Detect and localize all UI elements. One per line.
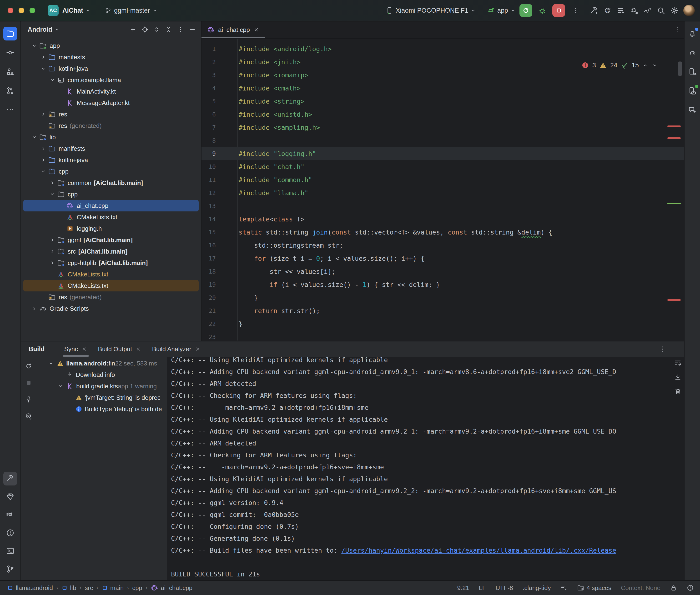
error-stripe-mark[interactable]: [667, 203, 681, 204]
close-icon[interactable]: [195, 346, 201, 352]
tree-item-cmakelists-txt[interactable]: CMakeLists.txt: [23, 268, 199, 280]
tool-stripe-app-quality-insights[interactable]: [3, 490, 17, 504]
search-button[interactable]: [654, 4, 668, 17]
status-indent-config[interactable]: 4 spaces: [577, 584, 611, 592]
clear-all-button[interactable]: [674, 388, 682, 396]
editor-scrollbar[interactable]: [678, 61, 682, 76]
error-stripe-mark[interactable]: [667, 125, 681, 127]
build-tree-row[interactable]: llama.android: fin 22 sec, 583 ms: [36, 358, 167, 369]
code-line-7[interactable]: 7#include <sampling.h>: [201, 121, 684, 134]
chev-closed-icon[interactable]: [40, 111, 47, 118]
chev-closed-icon[interactable]: [49, 259, 56, 266]
minimize-window-button[interactable]: [19, 8, 24, 13]
status-caret-position[interactable]: 9:21: [457, 584, 470, 592]
tool-stripe-terminal[interactable]: [3, 544, 17, 558]
code-line-19[interactable]: 19 if (i < values.size() - 1) { str << d…: [201, 278, 684, 291]
tool-stripe-commit[interactable]: [3, 46, 17, 59]
chev-closed-icon[interactable]: [49, 237, 56, 243]
code-line-10[interactable]: 10#include "chat.h": [201, 160, 684, 173]
code-line-18[interactable]: 18 str << values[i];: [201, 265, 684, 278]
code-line-15[interactable]: 15static std::string join(const std::vec…: [201, 226, 684, 239]
build-options-icon[interactable]: [659, 345, 666, 352]
code-line-14[interactable]: 14template<class T>: [201, 213, 684, 226]
tool-stripe-running-devices[interactable]: [685, 84, 699, 97]
breadcrumb-llama-android[interactable]: llama.android: [7, 584, 53, 592]
code-line-23[interactable]: 23: [201, 331, 684, 340]
tree-item-kotlin-java[interactable]: kotlin+java: [23, 63, 199, 74]
maximize-window-button[interactable]: [30, 8, 35, 13]
chev-closed-icon[interactable]: [40, 54, 47, 60]
code-line-20[interactable]: 20 }: [201, 291, 684, 304]
tree-item-cpp[interactable]: cpp: [23, 189, 199, 200]
tool-stripe-logcat[interactable]: [3, 508, 17, 522]
tree-item-res[interactable]: res: [23, 109, 199, 120]
tree-item-src[interactable]: src[AiChat.lib.main]: [23, 246, 199, 257]
tree-item-res[interactable]: res(generated): [23, 120, 199, 132]
build-console[interactable]: C/C++: -- Using KleidiAI optimized kerne…: [167, 357, 684, 580]
breadcrumb-ai-chat-cpp[interactable]: ai_chat.cpp: [151, 584, 192, 592]
close-icon[interactable]: [81, 346, 87, 352]
tree-item-cpp[interactable]: cpp: [23, 166, 199, 177]
tree-item-mainactivity-kt[interactable]: MainActivity.kt: [23, 86, 199, 97]
code-line-13[interactable]: 13: [201, 200, 684, 213]
chev-closed-icon[interactable]: [31, 305, 38, 312]
project-view-selector[interactable]: Android: [28, 26, 60, 33]
status-code-style[interactable]: [560, 584, 567, 591]
tool-stripe-version-control[interactable]: [3, 562, 17, 576]
chev-open-icon[interactable]: [48, 360, 54, 367]
code-line-1[interactable]: 1#include <android/log.h>: [201, 42, 684, 55]
status-inspections-status[interactable]: [687, 584, 694, 591]
tree-item-ggml[interactable]: ggml[AiChat.lib.main]: [23, 234, 199, 246]
code-line-22[interactable]: 22}: [201, 317, 684, 331]
tree-item-manifests[interactable]: manifests: [23, 143, 199, 154]
status-clang-tidy[interactable]: .clang-tidy: [523, 584, 551, 592]
breadcrumb-src[interactable]: src: [85, 584, 93, 592]
tree-item-app[interactable]: app: [23, 40, 199, 51]
build-tab-build-output[interactable]: Build Output: [93, 341, 147, 357]
build-tree-row[interactable]: build.gradle.kts app 1 warning: [36, 380, 167, 392]
error-stripe-mark[interactable]: [667, 299, 681, 301]
code-line-11[interactable]: 11#include "common.h": [201, 173, 684, 187]
tree-item-cmakelists-txt[interactable]: CMakeLists.txt: [23, 211, 199, 223]
tree-item-logging-h[interactable]: Hlogging.h: [23, 223, 199, 234]
code-line-8[interactable]: 8: [201, 134, 684, 147]
filter-button[interactable]: [25, 413, 32, 421]
chev-open-icon[interactable]: [40, 65, 47, 72]
chev-closed-icon[interactable]: [49, 248, 56, 255]
chev-open-icon[interactable]: [31, 134, 38, 140]
tool-stripe-gradle[interactable]: [685, 46, 699, 59]
code-line-4[interactable]: 4#include <cmath>: [201, 82, 684, 95]
branch-widget[interactable]: ggml-master: [105, 7, 158, 14]
chev-open-icon[interactable]: [31, 42, 38, 49]
tree-item-lib[interactable]: lib: [23, 132, 199, 143]
inspections-widget[interactable]: 3 24 15: [581, 61, 658, 69]
tab-ai-chat-cpp[interactable]: ai_chat.cpp: [201, 22, 265, 38]
close-window-button[interactable]: [8, 8, 13, 13]
editor-options-icon[interactable]: [674, 26, 681, 33]
tool-stripe-notifications[interactable]: [685, 27, 699, 40]
chev-open-icon[interactable]: [49, 77, 56, 83]
add-icon[interactable]: [128, 24, 138, 35]
tree-item-gradle-scripts[interactable]: Gradle Scripts: [23, 303, 199, 314]
code-line-17[interactable]: 17 for (size_t i = 0; i < values.size();…: [201, 252, 684, 265]
build-tree-row[interactable]: 'jvmTarget: String' is deprec: [36, 392, 167, 403]
tree-item-kotlin-java[interactable]: kotlin+java: [23, 154, 199, 166]
prev-problem-icon[interactable]: [642, 62, 648, 68]
chev-open-icon[interactable]: [40, 168, 47, 175]
tree-item-common[interactable]: common[AiChat.lib.main]: [23, 177, 199, 189]
error-stripe-mark[interactable]: [667, 137, 681, 139]
code-line-5[interactable]: 5#include <string>: [201, 95, 684, 108]
code-line-9[interactable]: 9#include "logging.h": [201, 147, 684, 160]
settings-button[interactable]: [668, 4, 681, 17]
next-problem-icon[interactable]: [652, 62, 658, 68]
profiler-button[interactable]: [641, 4, 654, 17]
hide-build-window-icon[interactable]: [672, 345, 679, 352]
soft-wrap-button[interactable]: [674, 359, 682, 368]
tree-item-com-example-llama[interactable]: com.example.llama: [23, 74, 199, 86]
breadcrumb-lib[interactable]: lib: [61, 584, 76, 592]
tree-item-manifests[interactable]: manifests: [23, 51, 199, 63]
debug-button[interactable]: [536, 4, 549, 17]
chev-open-icon[interactable]: [49, 191, 56, 198]
breadcrumb-cpp[interactable]: cpp: [132, 584, 142, 592]
attach-debugger-button[interactable]: [627, 4, 641, 17]
